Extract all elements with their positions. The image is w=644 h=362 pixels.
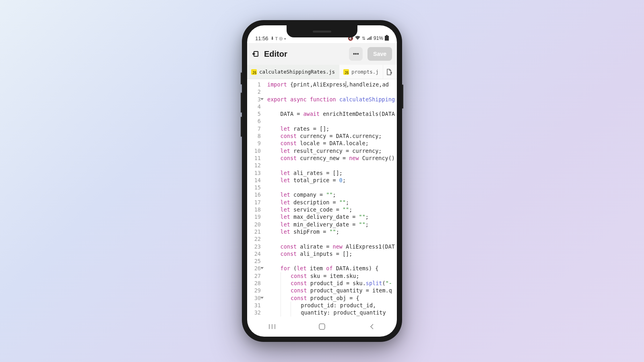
volume-down [241, 117, 242, 137]
line-number: 11 [247, 154, 261, 162]
code-line[interactable]: const currency = DATA.currency; [267, 132, 395, 140]
new-file-button[interactable] [383, 65, 395, 79]
screen: 11:56 ⬇ T ◎ • 🔇 ⇅ 91% [247, 25, 397, 337]
line-number: 22 [247, 235, 261, 243]
svg-rect-10 [319, 324, 325, 329]
code-line[interactable] [267, 235, 395, 243]
code-line[interactable]: const sku = item.sku; [267, 272, 395, 280]
line-number: 10 [247, 147, 261, 154]
back-button[interactable] [367, 322, 376, 331]
line-number: 19 [247, 213, 261, 220]
line-number: 32 [247, 309, 261, 316]
power-button [402, 84, 403, 109]
line-number: 18 [247, 206, 261, 213]
code-line[interactable]: let min_delivery_date = ""; [267, 221, 395, 228]
tab-prompts[interactable]: JS prompts.j [339, 65, 383, 79]
battery-text: 91% [374, 35, 383, 41]
downloads-icon: ⬇ [270, 36, 274, 41]
line-number: 4 [247, 103, 261, 110]
code-line[interactable]: const product_obj = { [267, 294, 395, 302]
line-gutter: 1234567891011121314151617181920212223242… [247, 79, 264, 317]
save-button[interactable]: Save [367, 47, 392, 61]
tab-label: calculateShippingRates.js [259, 69, 335, 75]
line-number: 30 [247, 294, 261, 302]
svg-rect-4 [386, 35, 388, 36]
tab-bar: JS calculateShippingRates.js JS prompts.… [247, 65, 397, 79]
volume-up [241, 93, 242, 113]
line-number: 6 [247, 117, 261, 125]
code-line[interactable]: quantity: product_quantity [267, 309, 395, 316]
code-line[interactable]: let total_price = 0; [267, 177, 395, 184]
code-line[interactable]: const product_id = sku.split("- [267, 280, 395, 287]
code-line[interactable]: DATA = await enrichItemDetails(DATA [267, 110, 395, 117]
code-line[interactable]: const alirate = new AliExpress1(DAT [267, 243, 395, 250]
code-line[interactable]: let company = ""; [267, 191, 395, 198]
svg-rect-3 [371, 36, 372, 40]
line-number: 24 [247, 250, 261, 257]
code-line[interactable]: let description = ""; [267, 199, 395, 206]
home-button[interactable] [318, 322, 326, 331]
code-line[interactable]: let rates = []; [267, 125, 395, 132]
line-number: 16 [247, 191, 261, 198]
code-content[interactable]: import {print,AliExpress,handleize,ad ex… [264, 79, 395, 317]
code-line[interactable]: const currency_new = new Currency() [267, 154, 395, 162]
code-line[interactable]: export async function calculateShipping [267, 96, 395, 103]
code-line[interactable] [267, 257, 395, 265]
line-number: 7 [247, 125, 261, 132]
line-number: 28 [247, 280, 261, 287]
code-line[interactable]: const ali_inputs = []; [267, 250, 395, 257]
code-line[interactable] [267, 103, 395, 110]
back-icon[interactable] [252, 50, 259, 58]
code-line[interactable]: let shipFrom = ""; [267, 228, 395, 235]
line-number: 20 [247, 221, 261, 228]
svg-rect-0 [367, 39, 368, 40]
android-nav-bar [247, 321, 397, 333]
wifi-icon [355, 36, 360, 41]
line-number: 3 [247, 96, 261, 103]
instagram-icon: ◎ [279, 36, 283, 41]
code-line[interactable]: const product_quantity = item.q [267, 287, 395, 294]
js-file-icon: JS [343, 69, 349, 75]
more-button[interactable]: ••• [349, 47, 363, 61]
line-number: 31 [247, 302, 261, 309]
signal-icon [367, 36, 372, 41]
code-line[interactable]: product_id: product_id, [267, 302, 395, 309]
tab-calculateshippingrates[interactable]: JS calculateShippingRates.js [247, 65, 339, 79]
code-line[interactable]: const locale = DATA.locale; [267, 140, 395, 147]
line-number: 23 [247, 243, 261, 250]
code-line[interactable] [267, 162, 395, 169]
code-line[interactable] [267, 88, 395, 95]
code-editor[interactable]: 1234567891011121314151617181920212223242… [247, 79, 397, 317]
tab-label: prompts.j [351, 69, 379, 75]
phone-frame: 11:56 ⬇ T ◎ • 🔇 ⇅ 91% [242, 20, 402, 342]
mute-switch [241, 72, 242, 84]
line-number: 17 [247, 199, 261, 206]
line-number: 14 [247, 177, 261, 184]
code-line[interactable] [267, 184, 395, 191]
app-header: Editor ••• Save [247, 43, 397, 65]
code-line[interactable]: let result_currency = currency; [267, 147, 395, 154]
code-line[interactable]: for (let item of DATA.items) { [267, 265, 395, 272]
code-line[interactable] [267, 117, 395, 125]
code-line[interactable]: import {print,AliExpress,handleize,ad [267, 81, 395, 88]
line-number: 8 [247, 132, 261, 140]
code-line[interactable]: let service_code = ""; [267, 206, 395, 213]
code-line[interactable]: let max_delivery_date = ""; [267, 213, 395, 220]
line-number: 13 [247, 169, 261, 177]
recents-button[interactable] [268, 322, 277, 331]
code-line[interactable]: let ali_rates = []; [267, 169, 395, 177]
line-number: 27 [247, 272, 261, 280]
more-notif-icon: • [284, 36, 286, 41]
line-number: 12 [247, 162, 261, 169]
line-number: 2 [247, 88, 261, 95]
line-number: 9 [247, 140, 261, 147]
notch [287, 25, 357, 37]
line-number: 1 [247, 81, 261, 88]
line-number: 25 [247, 257, 261, 265]
svg-rect-5 [385, 36, 389, 41]
tesla-icon: T [275, 36, 278, 41]
status-time: 11:56 [255, 35, 268, 41]
line-number: 21 [247, 228, 261, 235]
svg-rect-2 [369, 37, 370, 40]
line-number: 26 [247, 265, 261, 272]
